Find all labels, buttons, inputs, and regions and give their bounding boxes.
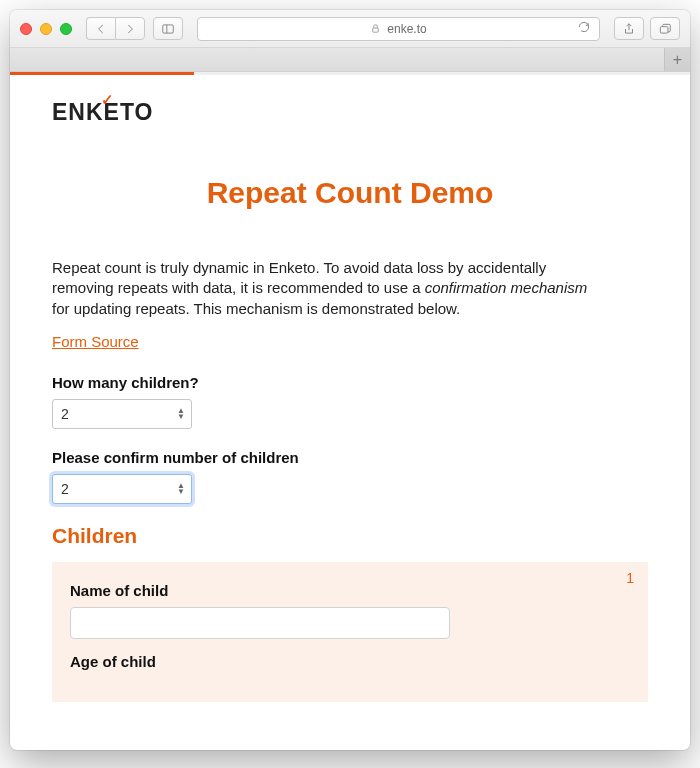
children-count-input[interactable]: 2 ▲▼ (52, 399, 192, 429)
back-button[interactable] (86, 17, 115, 40)
logo-check-icon: ✓ (101, 91, 115, 109)
share-icon (622, 22, 636, 36)
share-button[interactable] (614, 17, 644, 40)
children-section-heading: Children (52, 524, 648, 548)
q2-value: 2 (61, 481, 69, 497)
minimize-icon[interactable] (40, 23, 52, 35)
children-confirm-input[interactable]: 2 ▲▼ (52, 474, 192, 504)
sidebar-button[interactable] (153, 17, 183, 40)
tabs-icon (658, 22, 672, 36)
tabs-button[interactable] (650, 17, 680, 40)
intro-part2: for updating repeats. This mechanism is … (52, 300, 460, 317)
address-bar[interactable]: enke.to (197, 17, 600, 41)
repeat-index: 1 (626, 570, 634, 586)
stepper-icon[interactable]: ▲▼ (177, 408, 185, 420)
intro-text: Repeat count is truly dynamic in Enketo.… (52, 258, 592, 319)
chevron-right-icon (123, 22, 137, 36)
progress-bar (10, 72, 194, 75)
child-age-label: Age of child (70, 653, 630, 670)
chevron-left-icon (94, 22, 108, 36)
child-name-label: Name of child (70, 582, 630, 599)
page-title: Repeat Count Demo (52, 176, 648, 210)
forward-button[interactable] (115, 17, 145, 40)
window-controls (20, 23, 72, 35)
close-icon[interactable] (20, 23, 32, 35)
lock-icon (370, 23, 381, 34)
browser-window: enke.to + ENKETO ✓ Repeat Count Demo Rep… (10, 10, 690, 750)
toolbar-right (614, 17, 680, 40)
svg-rect-2 (373, 28, 379, 32)
enketo-logo: ENKETO ✓ (52, 99, 153, 126)
load-progress (10, 72, 690, 75)
child-name-input[interactable] (70, 607, 450, 639)
url-host: enke.to (387, 22, 426, 36)
sidebar-icon (161, 22, 175, 36)
zoom-icon[interactable] (60, 23, 72, 35)
form-source-link[interactable]: Form Source (52, 333, 139, 350)
svg-rect-0 (163, 24, 174, 32)
stepper-icon[interactable]: ▲▼ (177, 483, 185, 495)
nav-buttons (86, 17, 145, 40)
reload-icon (577, 20, 591, 34)
tab-strip: + (10, 48, 690, 72)
page-content: ENKETO ✓ Repeat Count Demo Repeat count … (10, 75, 690, 750)
titlebar: enke.to (10, 10, 690, 48)
new-tab-button[interactable]: + (664, 48, 690, 71)
q1-label: How many children? (52, 374, 648, 391)
repeat-group: 1 Name of child Age of child (52, 562, 648, 702)
q2-label: Please confirm number of children (52, 449, 648, 466)
svg-rect-3 (660, 26, 668, 32)
intro-emphasis: confirmation mechanism (425, 279, 588, 296)
q1-value: 2 (61, 406, 69, 422)
reload-button[interactable] (577, 20, 591, 37)
